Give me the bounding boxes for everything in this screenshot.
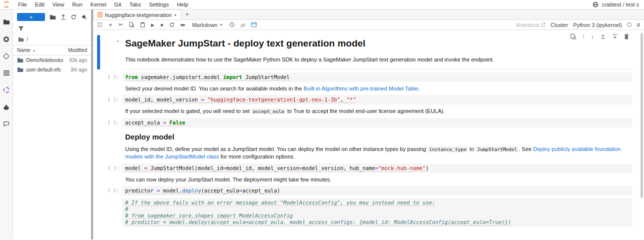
filter-files-icon[interactable] [13, 24, 91, 32]
insert-cell-below-icon[interactable] [612, 34, 618, 40]
markdown-cell-deploy-section[interactable]: Deploy model Using the model ID, define … [97, 130, 632, 160]
upload-icon[interactable] [61, 14, 66, 20]
table-of-contents-icon[interactable] [0, 64, 13, 82]
jupyter-logo-icon [3, 2, 10, 8]
activity-bar [0, 10, 13, 240]
execution-prompt: [ ]: [100, 186, 122, 196]
notebook-panel: huggingface-textgeneration ● + + ✂ [93, 10, 644, 240]
sort-ascending-icon[interactable]: ▲ [33, 49, 36, 52]
restart-kernel-icon[interactable] [169, 22, 175, 28]
globe-icon [592, 2, 598, 8]
extension-manager-icon[interactable] [0, 98, 13, 116]
move-cell-down-icon[interactable]: ↓ [591, 33, 594, 40]
inline-code: accept_eula [251, 108, 286, 114]
save-icon[interactable] [97, 22, 103, 28]
restart-run-all-icon[interactable]: ▶▶ [181, 23, 185, 27]
breadcrumb[interactable]: / [13, 32, 91, 45]
file-list-header: Name ▲ Modified [13, 45, 91, 56]
menu-edit[interactable]: Edit [31, 2, 49, 8]
column-modified-label[interactable]: Modified [68, 48, 87, 53]
file-browser-panel: + [13, 10, 93, 240]
inline-code: JumpStartModel [475, 146, 518, 152]
code-comment-line: # from sagemaker_core.shapes import Mode… [125, 212, 629, 219]
notebook-link[interactable]: Notebook [516, 22, 545, 28]
new-folder-icon[interactable] [50, 14, 56, 20]
code-cell-accept-eula[interactable]: [ ]: accept_eula = False [97, 118, 632, 128]
menu-run[interactable]: Run [68, 2, 86, 8]
code-cell-import[interactable]: [ ]: from sagemaker.jumpstart.model impo… [97, 72, 632, 82]
account-label[interactable]: crabtest / test s [601, 2, 639, 8]
code-cell-comments[interactable]: # If the above fails with an error messa… [97, 198, 632, 227]
git-panel-icon[interactable] [0, 48, 13, 64]
list-item[interactable]: DemoNotebooks 53s ago [13, 56, 91, 65]
markdown-cell-title[interactable]: ▾ SageMaker JumpStart - deploy text gene… [97, 35, 632, 70]
new-tab-button[interactable]: + [181, 11, 194, 18]
menu-kernel[interactable]: Kernel [87, 2, 111, 8]
markdown-text: If your selected model is gated, you wil… [125, 108, 251, 114]
menu-git[interactable]: Git [110, 2, 125, 8]
code-cell-predictor[interactable]: [ ]: predictor = model.deploy(accept_eul… [97, 186, 632, 196]
modified-time: 3m ago [71, 67, 87, 72]
markdown-cell[interactable]: You can now deploy your JumpStart model.… [97, 176, 632, 183]
file-browser-icon[interactable] [0, 14, 13, 30]
git-status-label[interactable]: git [241, 22, 246, 28]
chevron-down-icon: ▾ [220, 22, 222, 27]
tab-bar: huggingface-textgeneration ● + [93, 10, 644, 20]
execution-prompt: [ ]: [100, 164, 122, 173]
delete-cell-icon[interactable] [624, 34, 629, 40]
menu-bar: File Edit View Run Kernel Git Tabs Setti… [0, 0, 644, 10]
insert-cell-above-icon[interactable] [600, 34, 606, 40]
kernel-status-icon[interactable] [627, 22, 631, 27]
tab-notebook[interactable]: huggingface-textgeneration ● [93, 10, 181, 20]
code-comment-line: # [125, 206, 629, 212]
notebook-toolbar: + ✂ ▶ ■ ▶▶ Markdown ▾ [93, 20, 644, 30]
panel-menu-icon[interactable]: ≡ [636, 22, 640, 28]
running-kernels-icon[interactable] [0, 30, 13, 48]
list-item[interactable]: user-default-efs 3m ago [13, 65, 91, 74]
tab-title: huggingface-textgeneration [105, 12, 172, 18]
markdown-cell[interactable]: Select your desired model ID. You can se… [97, 85, 632, 92]
move-cell-up-icon[interactable]: ↑ [582, 33, 585, 40]
run-cell-icon[interactable]: ▶ [151, 22, 155, 28]
menu-view[interactable]: View [49, 2, 69, 8]
menu-settings[interactable]: Settings [145, 2, 173, 8]
execution-prompt: [ ]: [100, 72, 122, 82]
markdown-cell[interactable]: If your selected model is gated, you wil… [97, 108, 632, 115]
insert-cell-icon[interactable]: + [109, 21, 113, 28]
model-table-link[interactable]: Built-in Algorithms with pre-trained Mod… [303, 86, 418, 92]
cut-cells-icon[interactable]: ✂ [119, 22, 123, 28]
code-cell-model[interactable]: [ ]: model = JumpStartModel(model_id=mod… [97, 164, 632, 173]
markdown-text: You can now deploy your JumpStart model.… [122, 176, 632, 183]
heading-collapse-icon[interactable]: ▾ [117, 39, 119, 44]
duplicate-cell-icon[interactable] [570, 34, 576, 40]
clock-icon[interactable] [229, 22, 235, 28]
code-cell-model-id[interactable]: [ ]: model_id, model_version = "huggingf… [97, 95, 632, 104]
kernel-name-button[interactable]: Python 3 (ipykernel) [573, 22, 622, 28]
breadcrumb-root[interactable]: / [27, 36, 28, 42]
copy-cells-icon[interactable] [129, 22, 134, 28]
menu-help[interactable]: Help [173, 2, 192, 8]
refresh-icon[interactable] [71, 14, 77, 20]
cell-type-select[interactable]: Markdown ▾ [191, 22, 223, 28]
menu-tabs[interactable]: Tabs [125, 2, 145, 8]
notebook-link-label: Notebook [516, 22, 539, 28]
cell-toolbar: ↑ ↓ [570, 33, 629, 40]
modified-time: 53s ago [69, 58, 87, 63]
git-clone-icon[interactable] [81, 14, 87, 20]
unsaved-dot-icon: ● [174, 13, 176, 16]
interrupt-kernel-icon[interactable]: ■ [161, 22, 163, 28]
studio-window-icon[interactable] [251, 22, 257, 28]
code-comment-line: # predictor = model.deploy(accept_eula=a… [125, 219, 629, 226]
feedback-chat-icon[interactable] [0, 116, 13, 132]
cluster-button[interactable]: Cluster [550, 22, 568, 28]
column-name-label[interactable]: Name [17, 48, 31, 53]
pilot-extension-icon[interactable] [0, 82, 13, 98]
notebook-content: ↑ ↓ [93, 30, 644, 240]
menu-file[interactable]: File [14, 2, 31, 8]
execution-prompt: [ ]: [100, 118, 122, 128]
new-launcher-button[interactable]: + [17, 13, 45, 21]
section-heading: Deploy model [125, 132, 629, 142]
scrollbar[interactable] [640, 33, 643, 198]
cell-type-value: Markdown [192, 22, 218, 28]
paste-cells-icon[interactable] [140, 22, 145, 28]
